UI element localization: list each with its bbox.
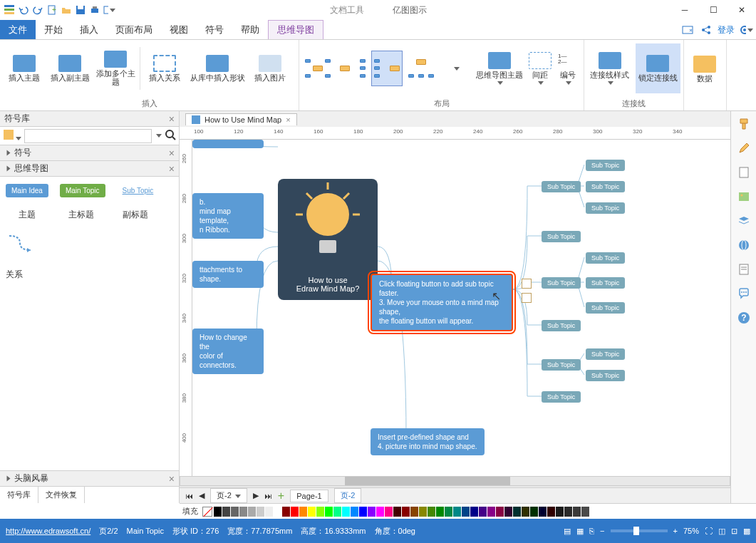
mm-sub-node[interactable]: Sub Topic — [586, 181, 625, 192]
menu-icon[interactable] — [3, 4, 16, 16]
search-dropdown-icon[interactable] — [156, 134, 162, 138]
save-icon[interactable] — [74, 4, 87, 16]
status-url[interactable]: http://www.edrawsoft.cn/ — [6, 527, 90, 535]
menu-start[interactable]: 开始 — [36, 20, 71, 39]
page-nav-first[interactable]: ⏮ — [185, 492, 193, 500]
open-icon[interactable] — [60, 4, 73, 16]
shape-relation[interactable] — [6, 232, 34, 257]
help-icon[interactable]: ? — [735, 309, 752, 326]
palette-swatch[interactable] — [402, 507, 410, 517]
shape-main-idea[interactable]: Main Idea — [6, 184, 48, 197]
layout-more[interactable] — [440, 51, 471, 86]
section-close-icon[interactable]: × — [169, 163, 175, 175]
palette-swatch[interactable] — [316, 507, 324, 517]
palette-swatch[interactable] — [385, 507, 393, 517]
tab-file-recovery[interactable]: 文件恢复 — [38, 487, 85, 503]
zoom-in-icon[interactable]: + — [673, 527, 678, 535]
palette-swatch[interactable] — [291, 507, 299, 517]
mm-node-template[interactable]: b. mind map template, n Ribbon. — [192, 193, 264, 239]
search-icon[interactable] — [165, 129, 176, 143]
data-button[interactable]: 数据 — [687, 45, 723, 95]
palette-swatch[interactable] — [359, 507, 367, 517]
mm-sub-node[interactable]: Sub Topic — [542, 231, 581, 242]
palette-swatch[interactable] — [342, 507, 350, 517]
page-dropdown[interactable]: 页-2 — [210, 488, 247, 503]
palette-swatch[interactable] — [539, 507, 547, 517]
insert-subtopic-button[interactable]: 插入副主题 — [48, 43, 91, 93]
menu-help[interactable]: 帮助 — [232, 20, 268, 39]
mm-sub-node[interactable]: Sub Topic — [586, 277, 625, 289]
print-icon[interactable] — [88, 4, 101, 16]
fit-width-icon[interactable]: ◫ — [718, 527, 725, 536]
numbering-button[interactable]: 1—2—编号 — [556, 43, 581, 93]
menu-view[interactable]: 视图 — [161, 20, 197, 39]
palette-swatch[interactable] — [274, 507, 281, 517]
mm-sub-node[interactable]: Sub Topic — [542, 391, 581, 403]
export-icon[interactable] — [103, 4, 115, 16]
palette-swatch[interactable] — [231, 507, 239, 517]
export-image-icon[interactable] — [680, 23, 695, 37]
palette-swatch[interactable] — [504, 507, 512, 517]
share-icon[interactable] — [699, 23, 713, 37]
mm-central-node[interactable]: How to use Edraw Mind Map? — [278, 179, 378, 300]
mm-sub-node[interactable]: Sub Topic — [586, 160, 625, 171]
fit-page-icon[interactable]: ⛶ — [705, 527, 713, 535]
settings-icon[interactable] — [739, 23, 753, 37]
undo-icon[interactable] — [17, 4, 30, 16]
palette-swatch[interactable] — [368, 507, 376, 517]
close-button[interactable]: ✕ — [727, 0, 756, 20]
mm-sub-node[interactable]: Sub Topic — [586, 202, 625, 214]
library-icon[interactable] — [3, 129, 21, 143]
layers-icon[interactable] — [735, 212, 752, 229]
mm-node-connectors[interactable]: How to change the color of connectors. — [192, 329, 264, 374]
section-close-icon[interactable]: × — [169, 473, 175, 485]
mm-sub-node[interactable]: Sub Topic — [542, 181, 581, 192]
mm-sub-node[interactable]: Sub Topic — [586, 370, 625, 381]
mm-node-attach[interactable]: ttachments to shape. — [192, 261, 264, 288]
palette-swatch[interactable] — [453, 507, 461, 517]
view-mode-2-icon[interactable]: ▦ — [576, 527, 584, 536]
palette-swatch[interactable] — [239, 507, 247, 517]
palette-swatch[interactable] — [487, 507, 495, 517]
palette-swatch[interactable] — [581, 507, 589, 517]
search-input[interactable] — [24, 129, 152, 143]
horizontal-scrollbar[interactable] — [180, 476, 730, 486]
section-close-icon[interactable]: × — [169, 148, 175, 159]
zoom-slider[interactable] — [611, 529, 668, 532]
page-nav-last[interactable]: ⏭ — [264, 492, 272, 500]
menu-mindmap[interactable]: 思维导图 — [268, 20, 323, 39]
doc-tab-close-icon[interactable]: × — [286, 115, 290, 124]
minimize-button[interactable]: ─ — [670, 0, 699, 20]
spacing-button[interactable]: 间距 — [527, 43, 552, 93]
palette-swatch[interactable] — [573, 507, 581, 517]
palette-swatch[interactable] — [333, 507, 341, 517]
palette-swatch[interactable] — [530, 507, 538, 517]
add-multi-topic-button[interactable]: 添加多个主题 — [94, 43, 137, 93]
insert-relation-button[interactable]: 插入关系 — [143, 43, 186, 93]
palette-swatch[interactable] — [462, 507, 470, 517]
mm-sub-node[interactable]: Sub Topic — [586, 348, 625, 360]
palette-swatch[interactable] — [470, 507, 478, 517]
insert-from-library-button[interactable]: 从库中插入形状 — [189, 43, 246, 93]
page-tab-1[interactable]: Page-1 — [290, 490, 328, 502]
connector-style-button[interactable]: 连接线样式 — [587, 43, 633, 93]
palette-swatch[interactable] — [257, 507, 264, 517]
palette-swatch[interactable] — [214, 507, 222, 517]
palette-swatch[interactable] — [308, 507, 316, 517]
format-painter-icon[interactable] — [735, 115, 752, 133]
palette-swatch[interactable] — [556, 507, 564, 517]
palette-swatch[interactable] — [436, 507, 444, 517]
redo-icon[interactable] — [31, 4, 44, 16]
palette-swatch[interactable] — [513, 507, 521, 517]
section-symbols[interactable]: 符号 × — [0, 145, 179, 161]
palette-swatch[interactable] — [325, 507, 333, 517]
tab-symbol-library[interactable]: 符号库 — [0, 487, 38, 503]
palette-swatch[interactable] — [282, 507, 290, 517]
maximize-button[interactable]: ☐ — [699, 0, 727, 20]
palette-swatch[interactable] — [522, 507, 529, 517]
menu-symbol[interactable]: 符号 — [197, 20, 232, 39]
mm-sub-node[interactable]: Sub Topic — [586, 302, 625, 314]
layout-option-1[interactable] — [302, 51, 333, 86]
palette-swatch[interactable] — [248, 507, 256, 517]
layout-option-4[interactable] — [405, 51, 437, 86]
